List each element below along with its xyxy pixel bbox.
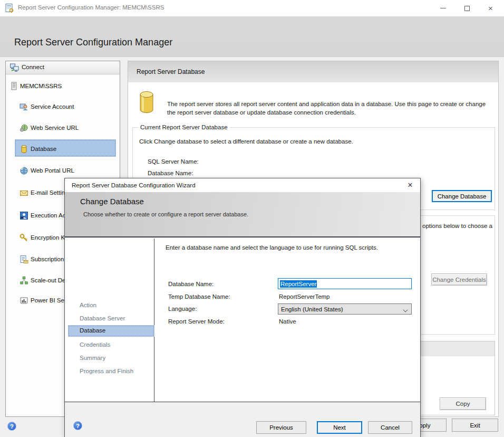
server-icon bbox=[10, 82, 19, 91]
sidebar-item-web-service-url[interactable]: Web Service URL bbox=[6, 122, 120, 134]
help-icon: ? bbox=[10, 423, 14, 430]
close-icon: × bbox=[488, 4, 493, 12]
change-database-button[interactable]: Change Database bbox=[432, 190, 492, 202]
dialog-titlebar: Report Server Database Configuration Wiz… bbox=[65, 178, 420, 192]
titlebar: Report Server Configuration Manager: MEM… bbox=[0, 0, 504, 16]
wizard-step-list: Action Database Server Database Credenti… bbox=[65, 239, 154, 402]
change-db-instruction: Click Change database to select a differ… bbox=[139, 138, 353, 145]
close-button[interactable]: × bbox=[479, 0, 502, 16]
panel-header: Report Server Database bbox=[128, 61, 498, 82]
language-label: Language: bbox=[168, 306, 197, 312]
wizard-step-summary[interactable]: Summary bbox=[65, 353, 154, 364]
email-settings-icon bbox=[20, 188, 28, 197]
minimize-icon bbox=[440, 8, 446, 8]
dialog-header: Change Database Choose whether to create… bbox=[65, 192, 420, 238]
report-server-mode-value: Native bbox=[279, 318, 296, 325]
wizard-step-credentials[interactable]: Credentials bbox=[65, 339, 154, 351]
change-credentials-button[interactable]: Change Credentials bbox=[431, 273, 487, 286]
current-database-group-title: Current Report Server Database bbox=[138, 124, 230, 130]
encryption-keys-icon bbox=[20, 233, 28, 242]
dialog-content: Enter a database name and select the lan… bbox=[154, 239, 420, 402]
wizard-step-action[interactable]: Action bbox=[65, 300, 154, 311]
maximize-button[interactable] bbox=[455, 0, 479, 16]
database-wizard-dialog: Report Server Database Configuration Wiz… bbox=[64, 178, 421, 437]
dialog-heading: Change Database bbox=[80, 197, 144, 206]
dialog-close-icon: × bbox=[408, 180, 412, 190]
database-page-icon bbox=[138, 91, 156, 113]
sidebar-item-server[interactable]: MEMCM\SSRS bbox=[6, 81, 120, 92]
app-header-band: Report Server Configuration Manager bbox=[0, 16, 504, 57]
language-select[interactable]: English (United States) bbox=[278, 303, 412, 315]
database-name-input[interactable]: ReportServer bbox=[278, 278, 412, 289]
page-title: Report Server Configuration Manager bbox=[14, 37, 172, 48]
dialog-title: Report Server Database Configuration Wiz… bbox=[72, 182, 196, 188]
temp-database-name-value: ReportServerTemp bbox=[279, 293, 330, 300]
dialog-help-button[interactable]: ? bbox=[73, 421, 82, 430]
chevron-down-icon bbox=[403, 308, 408, 312]
database-name-label: Database Name: bbox=[148, 170, 193, 176]
wizard-step-progress[interactable]: Progress and Finish bbox=[65, 366, 154, 377]
app-window: Report Server Configuration Manager: MEM… bbox=[0, 0, 504, 437]
exit-button[interactable]: Exit bbox=[452, 419, 498, 432]
connect-button[interactable]: Connect bbox=[6, 61, 120, 74]
dialog-help-icon: ? bbox=[76, 423, 80, 429]
web-service-url-icon bbox=[20, 124, 28, 132]
previous-button[interactable]: Previous bbox=[256, 421, 306, 434]
sidebar-item-service-account[interactable]: Service Account bbox=[6, 101, 120, 113]
dialog-database-name-label: Database Name: bbox=[168, 281, 214, 287]
next-button[interactable]: Next bbox=[317, 421, 362, 434]
sidebar-item-web-portal-url[interactable]: Web Portal URL bbox=[6, 165, 120, 177]
dialog-footer: ? Previous Next Cancel bbox=[65, 402, 420, 437]
panel-title: Report Server Database bbox=[137, 68, 205, 75]
sidebar-item-database[interactable]: Database bbox=[6, 144, 120, 155]
app-icon bbox=[5, 4, 14, 13]
execution-account-icon bbox=[20, 211, 28, 220]
sql-server-name-label: SQL Server Name: bbox=[148, 158, 199, 165]
service-account-icon bbox=[20, 102, 28, 111]
dialog-body: Action Database Server Database Credenti… bbox=[65, 239, 420, 402]
database-name-value: ReportServer bbox=[280, 280, 317, 288]
page-description: The report server stores all report serv… bbox=[167, 100, 491, 117]
scale-out-icon bbox=[20, 276, 28, 285]
subscription-settings-icon bbox=[20, 255, 28, 264]
cancel-button[interactable]: Cancel bbox=[368, 421, 412, 434]
window-title: Report Server Configuration Manager: MEM… bbox=[18, 4, 164, 11]
server-node-label: MEMCM\SSRS bbox=[20, 83, 62, 89]
credential-group-text-fragment: options below to choose a bbox=[422, 223, 492, 229]
minimize-button[interactable] bbox=[431, 0, 455, 16]
language-selected-value: English (United States) bbox=[281, 306, 343, 312]
dialog-close-button[interactable]: × bbox=[404, 179, 416, 191]
dialog-instruction: Enter a database name and select the lan… bbox=[166, 244, 413, 251]
wizard-step-database-server[interactable]: Database Server bbox=[65, 313, 154, 325]
help-button[interactable]: ? bbox=[7, 422, 16, 431]
connect-icon bbox=[10, 63, 19, 72]
temp-database-name-label: Temp Database Name: bbox=[168, 293, 230, 300]
power-bi-icon bbox=[20, 296, 28, 305]
maximize-icon bbox=[464, 6, 470, 11]
database-icon bbox=[20, 145, 28, 154]
web-portal-url-icon bbox=[20, 166, 28, 175]
dialog-subheading: Choose whether to create or configure a … bbox=[83, 211, 248, 217]
connect-label: Connect bbox=[22, 64, 44, 70]
wizard-step-database[interactable]: Database bbox=[68, 325, 154, 337]
report-server-mode-label: Report Server Mode: bbox=[168, 318, 225, 325]
copy-button[interactable]: Copy bbox=[440, 397, 486, 410]
